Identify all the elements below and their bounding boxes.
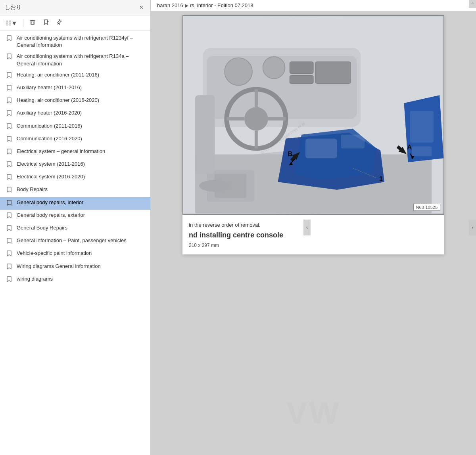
- centre-console-heading: nd installing centre console: [189, 231, 438, 239]
- list-icon: ☷▼: [6, 19, 17, 27]
- bookmark-icon: [6, 174, 13, 182]
- bookmark-icon: [6, 186, 13, 195]
- bookmark-icon: [6, 276, 13, 284]
- sidebar-item-label: Vehicle-specific paint information: [17, 250, 146, 257]
- svg-rect-24: [410, 111, 434, 143]
- sidebar-item-label: General body repairs, interior: [17, 199, 146, 206]
- sidebar-item-4[interactable]: Auxiliary heater (2011-2016): [0, 82, 150, 95]
- bookmark-icon: [6, 263, 13, 271]
- bookmark-add-button[interactable]: [41, 18, 51, 28]
- bookmark-icon: [6, 250, 13, 258]
- sidebar: しおり × ☷▼: [0, 0, 151, 455]
- sidebar-item-8[interactable]: Communication (2016-2020): [0, 133, 150, 146]
- svg-point-17: [225, 58, 252, 86]
- sidebar-item-label: Communication (2016-2020): [17, 135, 146, 142]
- svg-rect-34: [195, 95, 215, 174]
- sidebar-item-19[interactable]: wiring diagrams: [0, 273, 150, 286]
- car-interior-image: B A 1: [182, 15, 444, 215]
- sidebar-item-10[interactable]: Electrical system (2011-2016): [0, 159, 150, 171]
- sidebar-item-11[interactable]: Electrical system (2016-2020): [0, 171, 150, 184]
- scroll-left-button[interactable]: ‹: [303, 220, 311, 235]
- sidebar-item-label: General body repairs, exterior: [17, 212, 146, 219]
- toolbar-divider: [23, 19, 23, 27]
- image-reference: N68-10525: [413, 204, 440, 211]
- main-content: ‹ › ⌃ haran 2016 ▶ rs, interior - Editio…: [151, 0, 476, 455]
- bookmark-icon: [6, 199, 13, 208]
- bookmark-icon: [6, 97, 13, 105]
- bookmark-icon: [6, 123, 13, 131]
- sidebar-item-9[interactable]: Electrical system – general information: [0, 146, 150, 159]
- bookmark-icon: [6, 84, 13, 93]
- bookmark-icon: [6, 35, 13, 43]
- breadcrumb-part1: haran 2016: [157, 2, 183, 8]
- sidebar-item-2[interactable]: Air conditioning systems with refrigeran…: [0, 51, 150, 69]
- sidebar-item-label: Heating, air conditioner (2011-2016): [17, 71, 146, 78]
- sidebar-item-label: General Body Repairs: [17, 224, 146, 231]
- bookmark-icon: [6, 237, 13, 246]
- page-watermark: VW: [286, 395, 341, 431]
- svg-text:A: A: [407, 144, 412, 151]
- sidebar-item-16[interactable]: General information – Paint, passenger v…: [0, 235, 150, 248]
- sidebar-item-1[interactable]: Air conditioning systems with refrigeran…: [0, 32, 150, 51]
- sidebar-item-6[interactable]: Auxiliary heater (2016-2020): [0, 107, 150, 120]
- sidebar-item-13[interactable]: General body repairs, interior: [0, 197, 150, 210]
- bookmark-icon: [6, 72, 13, 80]
- scroll-top-button[interactable]: ⌃: [469, 0, 476, 8]
- content-area[interactable]: B A 1: [151, 11, 476, 455]
- svg-point-35: [199, 180, 231, 192]
- document-page: B A 1: [182, 15, 444, 254]
- doc-text-area: in the reverse order of removal. nd inst…: [182, 219, 444, 254]
- svg-rect-0: [31, 21, 34, 25]
- sidebar-item-label: General information – Paint, passenger v…: [17, 237, 146, 244]
- svg-text:1: 1: [379, 176, 383, 182]
- sidebar-list: Air conditioning systems with refrigeran…: [0, 31, 150, 455]
- sidebar-item-label: Electrical system (2016-2020): [17, 173, 146, 180]
- trash-icon: [29, 19, 36, 27]
- bookmark-icon: [6, 225, 13, 233]
- sidebar-close-button[interactable]: ×: [137, 3, 146, 12]
- sidebar-item-label: Air conditioning systems with refrigeran…: [17, 34, 146, 49]
- sidebar-item-18[interactable]: Wiring diagrams General information: [0, 261, 150, 273]
- bookmark-icon: [6, 148, 13, 157]
- sidebar-item-3[interactable]: Heating, air conditioner (2011-2016): [0, 69, 150, 82]
- svg-point-18: [263, 57, 285, 79]
- svg-rect-21: [315, 62, 351, 84]
- sidebar-item-12[interactable]: Body Repairs: [0, 184, 150, 197]
- svg-rect-23: [341, 135, 365, 149]
- car-diagram: B A 1: [183, 16, 443, 214]
- sidebar-item-label: Body Repairs: [17, 186, 146, 193]
- bookmark-icon: [6, 212, 13, 220]
- sidebar-toolbar: ☷▼: [0, 15, 150, 31]
- svg-rect-22: [305, 139, 337, 159]
- sidebar-header: しおり ×: [0, 0, 150, 15]
- sidebar-item-label: Electrical system (2011-2016): [17, 161, 146, 168]
- reverse-order-text: in the reverse order of removal.: [189, 222, 438, 228]
- list-view-button[interactable]: ☷▼: [4, 19, 19, 28]
- svg-rect-20: [290, 76, 313, 84]
- sidebar-item-label: Wiring diagrams General information: [17, 263, 146, 270]
- svg-text:B: B: [288, 151, 292, 157]
- sidebar-item-17[interactable]: Vehicle-specific paint information: [0, 248, 150, 260]
- sidebar-item-7[interactable]: Communication (2011-2016): [0, 120, 150, 133]
- sidebar-item-label: wiring diagrams: [17, 275, 146, 283]
- page-size-text: 210 x 297 mm: [189, 243, 438, 248]
- breadcrumb: haran 2016 ▶ rs, interior - Edition 07.2…: [151, 0, 476, 11]
- scroll-right-button[interactable]: ›: [469, 220, 476, 235]
- svg-point-12: [244, 107, 268, 131]
- sidebar-item-5[interactable]: Heating, air conditioner (2016-2020): [0, 95, 150, 107]
- bookmark-icon: [6, 110, 13, 118]
- svg-rect-19: [290, 62, 313, 74]
- breadcrumb-part2: rs, interior - Edition 07.2018: [190, 2, 253, 8]
- bookmark-add-icon: [42, 19, 50, 27]
- pin-button[interactable]: [54, 18, 65, 28]
- sidebar-item-label: Air conditioning systems with refrigeran…: [17, 53, 146, 67]
- pin-icon: [56, 19, 63, 27]
- sidebar-item-15[interactable]: General Body Repairs: [0, 222, 150, 235]
- sidebar-item-label: Auxiliary heater (2011-2016): [17, 84, 146, 91]
- sidebar-item-label: Heating, air conditioner (2016-2020): [17, 97, 146, 104]
- svg-rect-25: [412, 147, 432, 157]
- delete-button[interactable]: [27, 18, 38, 28]
- sidebar-item-14[interactable]: General body repairs, exterior: [0, 210, 150, 222]
- breadcrumb-arrow: ▶: [185, 3, 188, 8]
- sidebar-item-label: Communication (2011-2016): [17, 122, 146, 130]
